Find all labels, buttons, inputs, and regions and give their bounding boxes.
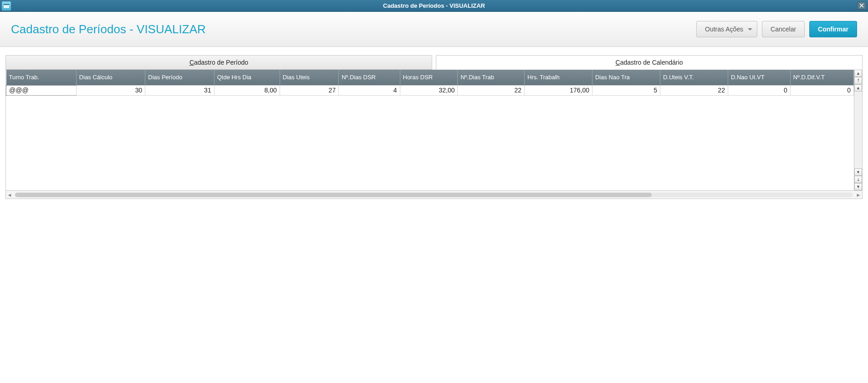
confirm-label: Confirmar — [818, 26, 848, 33]
other-actions-button[interactable]: Outras Ações — [696, 21, 757, 37]
col-header[interactable]: D.Uteis V.T. — [660, 70, 728, 85]
grid-header-row: Turno Trab. Dias Cálculo Dias Período Qt… — [6, 70, 854, 85]
tab-cadastro-calendario[interactable]: Cadastro de Calendário — [436, 55, 863, 70]
content-area: Cadastro de Período Cadastro de Calendár… — [0, 55, 868, 199]
col-header[interactable]: Nº.Dias Trab — [458, 70, 525, 85]
cancel-button[interactable]: Cancelar — [762, 21, 805, 37]
col-header[interactable]: Nº.Dias DSR — [339, 70, 400, 85]
cell[interactable]: 176,00 — [525, 85, 592, 95]
data-grid: Turno Trab. Dias Cálculo Dias Período Qt… — [6, 70, 854, 96]
tab-cadastro-periodo[interactable]: Cadastro de Período — [5, 55, 432, 70]
scroll-right-icon[interactable]: ► — [855, 192, 862, 198]
col-header[interactable]: Horas DSR — [400, 70, 458, 85]
grid-main: Turno Trab. Dias Cálculo Dias Período Qt… — [6, 70, 854, 190]
cell[interactable]: 31 — [145, 85, 214, 95]
scroll-left-icon[interactable]: ◄ — [6, 192, 13, 198]
cell[interactable]: 22 — [660, 85, 728, 95]
cell[interactable]: 27 — [280, 85, 338, 95]
header-buttons: Outras Ações Cancelar Confirmar — [696, 21, 857, 37]
col-header[interactable]: D.Nao Ut.VT — [728, 70, 790, 85]
other-actions-label: Outras Ações — [705, 26, 743, 33]
scroll-page-down-icon[interactable]: ⤓ — [854, 176, 862, 183]
cell[interactable]: 22 — [458, 85, 525, 95]
scroll-page-up-icon[interactable]: ⤒ — [854, 77, 862, 84]
vertical-nav: ▲ ⤒ ▲ ▼ ⤓ ▼ — [854, 70, 862, 190]
col-header[interactable]: Turno Trab. — [6, 70, 77, 85]
cell[interactable]: 0 — [728, 85, 790, 95]
tab-label: Cadastro de Período — [189, 59, 248, 66]
tabs: Cadastro de Período Cadastro de Calendár… — [5, 55, 863, 70]
horizontal-scrollbar[interactable]: ◄ ► — [6, 190, 862, 199]
col-header[interactable]: Qtde Hrs Dia — [214, 70, 280, 85]
scroll-track[interactable] — [15, 193, 853, 197]
scroll-down-icon[interactable]: ▼ — [854, 169, 862, 176]
cell[interactable]: 8,00 — [214, 85, 280, 95]
grid-container: Turno Trab. Dias Cálculo Dias Período Qt… — [5, 70, 863, 199]
cell-turno-trab[interactable]: @@@ — [6, 85, 77, 95]
cancel-label: Cancelar — [771, 26, 796, 33]
col-header[interactable]: Dias Cálculo — [76, 70, 145, 85]
col-header[interactable]: Nº.D.Dif.V.T — [790, 70, 853, 85]
scroll-thumb[interactable] — [15, 193, 652, 197]
window-close-button[interactable] — [857, 1, 866, 10]
window-icon — [2, 1, 11, 10]
header-area: Cadastro de Períodos - VISUALIZAR Outras… — [0, 12, 868, 47]
col-header[interactable]: Dias Período — [145, 70, 214, 85]
scroll-top-icon[interactable]: ▲ — [854, 70, 862, 77]
cell[interactable]: 4 — [339, 85, 400, 95]
scroll-bottom-icon[interactable]: ▼ — [854, 183, 862, 190]
table-row[interactable]: @@@ 30 31 8,00 27 4 32,00 22 176,00 5 22… — [6, 85, 854, 95]
confirm-button[interactable]: Confirmar — [809, 21, 857, 37]
col-header[interactable]: Dias Uteis — [280, 70, 338, 85]
cell[interactable]: 30 — [76, 85, 145, 95]
cell[interactable]: 5 — [592, 85, 660, 95]
tab-label: Cadastro de Calendário — [616, 59, 683, 66]
svg-rect-1 — [4, 4, 9, 5]
page-title: Cadastro de Períodos - VISUALIZAR — [11, 22, 206, 36]
scroll-up-icon[interactable]: ▲ — [854, 84, 862, 92]
col-header[interactable]: Hrs. Trabalh — [525, 70, 592, 85]
cell[interactable]: 32,00 — [400, 85, 458, 95]
cell[interactable]: 0 — [790, 85, 853, 95]
window-titlebar: Cadastro de Períodos - VISUALIZAR — [0, 0, 868, 12]
close-icon — [859, 3, 864, 8]
window-title: Cadastro de Períodos - VISUALIZAR — [383, 2, 485, 9]
col-header[interactable]: Dias Nao Tra — [592, 70, 660, 85]
